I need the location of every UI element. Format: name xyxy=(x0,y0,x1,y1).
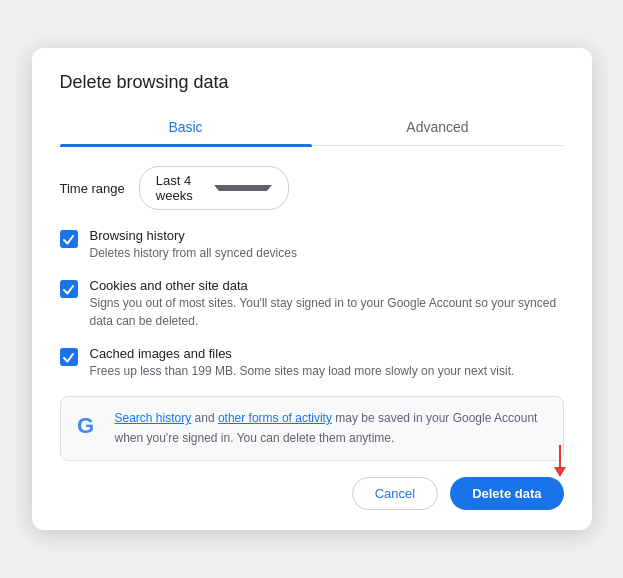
tab-advanced[interactable]: Advanced xyxy=(312,109,564,145)
google-info-box: G Search history and other forms of acti… xyxy=(60,396,564,460)
chevron-down-icon xyxy=(214,185,272,191)
browsing-history-item: Browsing history Deletes history from al… xyxy=(60,228,564,262)
other-activity-link[interactable]: other forms of activity xyxy=(218,411,332,425)
time-range-row: Time range Last 4 weeks xyxy=(60,166,564,210)
dialog-actions: Cancel Delete data xyxy=(60,477,564,510)
search-history-link[interactable]: Search history xyxy=(115,411,192,425)
check-icon xyxy=(62,233,75,246)
cancel-button[interactable]: Cancel xyxy=(352,477,438,510)
arrow-head xyxy=(554,467,566,477)
time-range-select[interactable]: Last 4 weeks xyxy=(139,166,289,210)
check-icon xyxy=(62,283,75,296)
cached-checkbox[interactable] xyxy=(60,348,78,366)
check-icon xyxy=(62,351,75,364)
cookies-desc: Signs you out of most sites. You'll stay… xyxy=(90,294,564,330)
tab-basic[interactable]: Basic xyxy=(60,109,312,145)
cookies-title: Cookies and other site data xyxy=(90,278,564,293)
arrow-indicator xyxy=(554,445,566,477)
google-logo: G xyxy=(75,409,103,443)
cookies-checkbox[interactable] xyxy=(60,280,78,298)
delete-browsing-data-dialog: Delete browsing data Basic Advanced Time… xyxy=(32,48,592,529)
browsing-history-desc: Deletes history from all synced devices xyxy=(90,244,297,262)
browsing-history-checkbox[interactable] xyxy=(60,230,78,248)
arrow-line xyxy=(559,445,561,467)
cookies-item: Cookies and other site data Signs you ou… xyxy=(60,278,564,330)
cached-desc: Frees up less than 199 MB. Some sites ma… xyxy=(90,362,515,380)
delete-data-button[interactable]: Delete data xyxy=(450,477,563,510)
svg-text:G: G xyxy=(77,413,94,438)
dialog-title: Delete browsing data xyxy=(60,72,564,93)
google-info-text: Search history and other forms of activi… xyxy=(115,409,549,447)
tab-bar: Basic Advanced xyxy=(60,109,564,146)
time-range-value: Last 4 weeks xyxy=(156,173,204,203)
time-range-label: Time range xyxy=(60,181,125,196)
cached-item: Cached images and files Frees up less th… xyxy=(60,346,564,380)
browsing-history-title: Browsing history xyxy=(90,228,297,243)
cached-title: Cached images and files xyxy=(90,346,515,361)
